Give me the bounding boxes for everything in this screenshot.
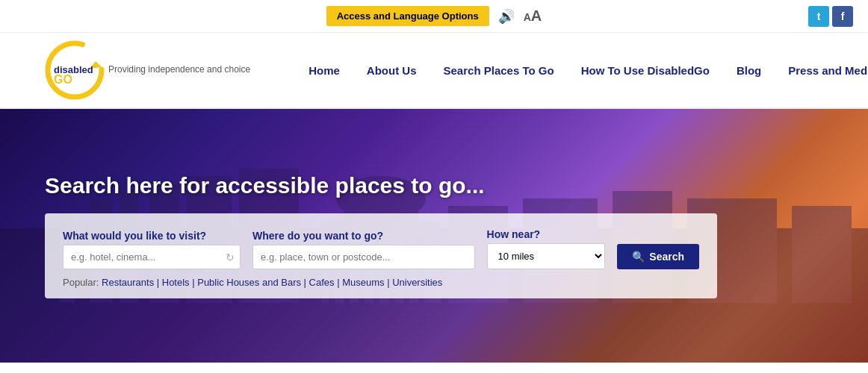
where-label: Where do you want to go? xyxy=(252,230,475,242)
popular-hotels[interactable]: Hotels xyxy=(162,277,190,288)
font-small[interactable]: A xyxy=(524,11,531,23)
popular-pubs[interactable]: Public Houses and Bars xyxy=(197,277,301,288)
near-label: How near? xyxy=(487,228,606,240)
logo-tagline: Providing independence and choice xyxy=(108,64,250,76)
search-row: What would you like to visit? ↻ Where do… xyxy=(63,228,699,269)
search-label: Search xyxy=(649,251,684,263)
logo-area[interactable]: disabled GO Providing independence and c… xyxy=(45,40,250,100)
near-select[interactable]: 10 miles 1 mile 2 miles 5 miles 20 miles… xyxy=(487,243,606,269)
nav-how-to[interactable]: How To Use DisabledGo xyxy=(568,58,723,83)
nav-search-places[interactable]: Search Places To Go xyxy=(430,58,568,83)
top-bar: Access and Language Options 🔊 AA t f xyxy=(0,0,868,33)
popular-prefix: Popular: xyxy=(63,277,102,288)
popular-cafes[interactable]: Cafes xyxy=(309,277,335,288)
hero-section: Search here for accessible places to go.… xyxy=(0,109,868,363)
popular-row: Popular: Restaurants | Hotels | Public H… xyxy=(63,277,699,288)
speaker-icon[interactable]: 🔊 xyxy=(498,8,515,25)
social-icons: t f xyxy=(808,6,853,27)
header: disabled GO Providing independence and c… xyxy=(0,33,868,109)
near-field: How near? 10 miles 1 mile 2 miles 5 mile… xyxy=(487,228,606,269)
hero-title: Search here for accessible places to go.… xyxy=(45,173,823,198)
where-field: Where do you want to go? xyxy=(252,230,475,269)
what-label: What would you like to visit? xyxy=(63,230,241,242)
search-button[interactable]: 🔍 Search xyxy=(617,244,699,269)
nav-blog[interactable]: Blog xyxy=(723,58,775,83)
nav-press[interactable]: Press and Media xyxy=(775,58,868,83)
font-size-controls: AA xyxy=(524,7,542,25)
nav-about[interactable]: About Us xyxy=(353,58,430,83)
access-lang-button[interactable]: Access and Language Options xyxy=(326,6,489,26)
refresh-icon[interactable]: ↻ xyxy=(226,251,235,263)
search-icon: 🔍 xyxy=(632,251,645,263)
where-input[interactable] xyxy=(252,245,475,269)
nav-home[interactable]: Home xyxy=(295,58,353,83)
facebook-link[interactable]: f xyxy=(832,6,853,27)
logo-tagline-area: Providing independence and choice xyxy=(108,64,250,76)
popular-universities[interactable]: Universities xyxy=(392,277,442,288)
what-input-wrap: ↻ xyxy=(63,245,241,269)
font-large[interactable]: A xyxy=(531,7,542,24)
popular-restaurants[interactable]: Restaurants xyxy=(102,277,154,288)
top-bar-center: Access and Language Options 🔊 AA xyxy=(326,6,542,26)
logo-icon: disabled GO xyxy=(45,40,105,100)
twitter-link[interactable]: t xyxy=(808,6,829,27)
what-input[interactable] xyxy=(63,245,241,269)
main-nav: Home About Us Search Places To Go How To… xyxy=(295,58,868,83)
where-input-wrap xyxy=(252,245,475,269)
hero-content: Search here for accessible places to go.… xyxy=(0,109,868,363)
what-field: What would you like to visit? ↻ xyxy=(63,230,241,269)
search-panel: What would you like to visit? ↻ Where do… xyxy=(45,213,717,298)
svg-text:GO: GO xyxy=(54,73,72,86)
popular-museums[interactable]: Museums xyxy=(342,277,384,288)
